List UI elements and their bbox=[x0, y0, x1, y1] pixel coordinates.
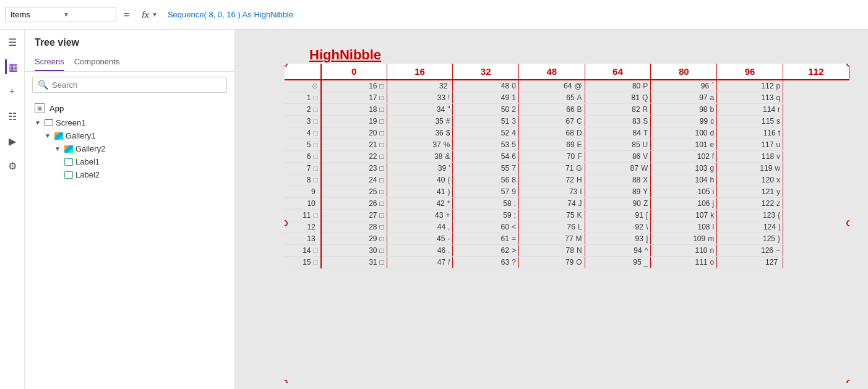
cell-6-3: 546 bbox=[453, 151, 518, 163]
cell-14-1: 30□ bbox=[321, 245, 387, 257]
sidebar-item-gallery1[interactable]: ▼ Gallery1 … bbox=[25, 129, 234, 142]
cell-13-1: 29□ bbox=[321, 233, 387, 245]
cell-10-7: 122z bbox=[717, 198, 783, 210]
search-input[interactable] bbox=[52, 80, 221, 90]
table-row: 4□20□36$52468D84T100d116t bbox=[285, 127, 849, 139]
label1-label: Label1 bbox=[75, 157, 100, 166]
cell-11-5: 91[ bbox=[585, 210, 651, 221]
table-row: 3□19□35#51367C83S99c115s bbox=[285, 116, 849, 127]
selection-handle-mr[interactable] bbox=[846, 220, 849, 226]
cell-3-2: 35# bbox=[387, 116, 453, 127]
cell-12-2: 44, bbox=[387, 221, 453, 233]
highnibble-title: HighNibble bbox=[309, 47, 381, 63]
cell-9-4: 73I bbox=[518, 186, 585, 198]
cell-5-2: 37% bbox=[387, 139, 453, 151]
cell-1-7: 113q bbox=[717, 92, 783, 104]
settings-icon[interactable]: ⚙ bbox=[5, 158, 20, 173]
table-row: 925□41)57973I89Y105i121y bbox=[285, 186, 849, 198]
cell-8-1: 24□ bbox=[321, 174, 387, 186]
table-row: ⊙16□3248064@80P96`112p bbox=[285, 80, 849, 92]
row-num-12: 12 bbox=[285, 221, 321, 233]
cell-7-5: 87W bbox=[585, 163, 651, 174]
fx-chevron-icon: ▼ bbox=[152, 11, 158, 18]
cell-13-3: 61= bbox=[453, 233, 518, 245]
cell-3-7: 115s bbox=[717, 116, 783, 127]
selection-handle-bl[interactable] bbox=[285, 380, 288, 383]
cell-15-6: 111o bbox=[651, 257, 717, 268]
cell-9-5: 89Y bbox=[585, 186, 651, 198]
formula-bar[interactable] bbox=[168, 10, 863, 19]
tree-tabs: Screens Components bbox=[25, 53, 234, 72]
cell-12-1: 28□ bbox=[321, 221, 387, 233]
gallery-icon bbox=[54, 132, 63, 140]
cell-9-2: 41) bbox=[387, 186, 453, 198]
cell-2-1: 18□ bbox=[321, 104, 387, 116]
tab-components[interactable]: Components bbox=[74, 53, 120, 71]
cell-15-3: 63? bbox=[453, 257, 518, 268]
cell-5-4: 69E bbox=[518, 139, 585, 151]
cell-1-2: 33! bbox=[387, 92, 453, 104]
fx-button[interactable]: fx ▼ bbox=[137, 9, 163, 20]
row-num-6: 6□ bbox=[285, 151, 321, 163]
search-box: 🔍 bbox=[32, 77, 227, 93]
row-num-5: 5□ bbox=[285, 139, 321, 151]
row-num-13: 13 bbox=[285, 233, 321, 245]
cell-0-3: 480 bbox=[453, 80, 518, 92]
cell-10-1: 26□ bbox=[321, 198, 387, 210]
add-icon[interactable]: + bbox=[5, 84, 20, 99]
cell-14-5: 94^ bbox=[585, 245, 651, 257]
sidebar-item-label2[interactable]: Label2 bbox=[25, 168, 234, 181]
cell-0-2: 32 bbox=[387, 80, 453, 92]
label-icon bbox=[64, 171, 73, 179]
tab-screens[interactable]: Screens bbox=[35, 53, 64, 71]
cell-0-5: 80P bbox=[585, 80, 651, 92]
row-num-2: 2□ bbox=[285, 104, 321, 116]
media-icon[interactable]: ▶ bbox=[5, 134, 20, 148]
cell-9-1: 25□ bbox=[321, 186, 387, 198]
row-num-0: ⊙ bbox=[285, 80, 321, 92]
sidebar-item-gallery2[interactable]: ▼ Gallery2 bbox=[25, 142, 234, 155]
equals-sign: = bbox=[121, 9, 132, 20]
sidebar-item-screen1[interactable]: ▼ Screen1 bbox=[25, 116, 234, 129]
app-icon: ▣ bbox=[35, 103, 45, 113]
cell-9-7: 121y bbox=[717, 186, 783, 198]
cell-8-4: 72H bbox=[518, 174, 585, 186]
row-num-9: 9 bbox=[285, 186, 321, 198]
selection-handle-br[interactable] bbox=[846, 380, 849, 383]
cell-6-2: 38& bbox=[387, 151, 453, 163]
cell-8-3: 568 bbox=[453, 174, 518, 186]
sidebar-item-app[interactable]: ▣ App bbox=[25, 100, 234, 116]
cell-4-2: 36$ bbox=[387, 127, 453, 139]
sidebar-item-label1[interactable]: Label1 bbox=[25, 155, 234, 168]
gallery2-label: Gallery2 bbox=[75, 144, 105, 153]
cell-11-3: 59; bbox=[453, 210, 518, 221]
cell-2-7: 114r bbox=[717, 104, 783, 116]
table-row: 7□23□39'55771G87W103g119w bbox=[285, 163, 849, 174]
cell-15-2: 47/ bbox=[387, 257, 453, 268]
cell-15-5: 95_ bbox=[585, 257, 651, 268]
cell-5-1: 21□ bbox=[321, 139, 387, 151]
cell-15-7: 127 bbox=[717, 257, 783, 268]
data-icon[interactable]: ☷ bbox=[5, 109, 20, 124]
cell-8-2: 40( bbox=[387, 174, 453, 186]
cell-14-2: 46. bbox=[387, 245, 453, 257]
table-row: 5□21□37%53569E85U101e117u bbox=[285, 139, 849, 151]
char-table: 0163248648096112 ⊙16□3248064@80P96`112p1… bbox=[285, 64, 849, 268]
cell-12-3: 60< bbox=[453, 221, 518, 233]
cell-13-2: 45- bbox=[387, 233, 453, 245]
cell-3-4: 67C bbox=[518, 116, 585, 127]
table-row: 8□24□40(56872H88X104h120x bbox=[285, 174, 849, 186]
screen1-label: Screen1 bbox=[56, 118, 85, 127]
row-num-3: 3□ bbox=[285, 116, 321, 127]
table-row: 2□18□34"50266B82R98b114r bbox=[285, 104, 849, 116]
hamburger-icon[interactable]: ☰ bbox=[5, 35, 20, 49]
layers-icon[interactable]: ▦ bbox=[5, 59, 20, 74]
cell-0-1: 16□ bbox=[321, 80, 387, 92]
gallery1-label: Gallery1 bbox=[66, 131, 95, 140]
items-dropdown[interactable]: Items ▼ bbox=[5, 7, 116, 22]
table-row: 1□17□33!49165A81Q97a113q bbox=[285, 92, 849, 104]
cell-13-5: 93] bbox=[585, 233, 651, 245]
label-icon bbox=[64, 158, 73, 166]
cell-10-5: 90Z bbox=[585, 198, 651, 210]
cell-5-3: 535 bbox=[453, 139, 518, 151]
